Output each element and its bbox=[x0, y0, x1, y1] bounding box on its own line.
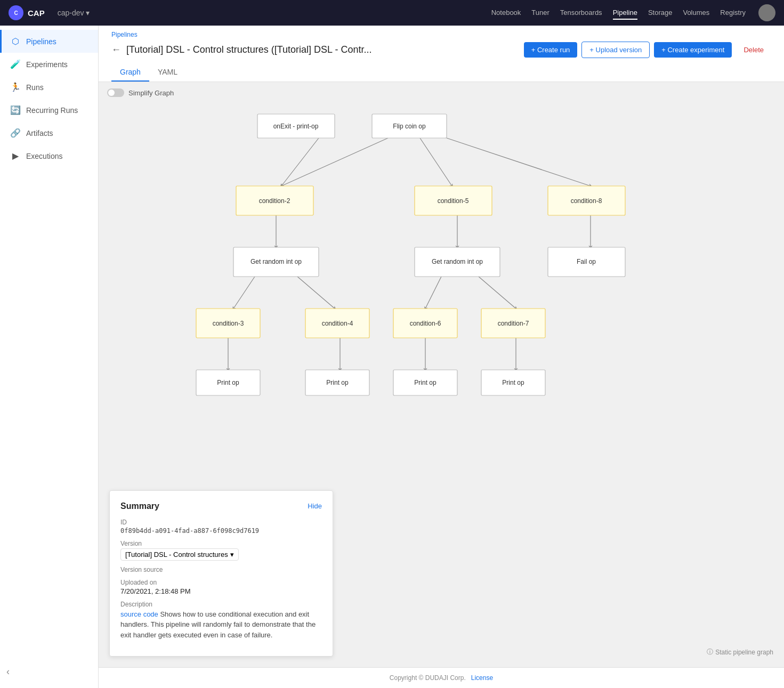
artifacts-icon: 🔗 bbox=[10, 128, 21, 138]
summary-title: Summary bbox=[120, 501, 159, 511]
sidebar-item-experiments[interactable]: 🧪 Experiments bbox=[0, 53, 98, 76]
version-label: Version bbox=[120, 540, 322, 547]
svg-text:Print op: Print op bbox=[326, 379, 349, 386]
svg-text:condition-4: condition-4 bbox=[322, 320, 353, 327]
summary-version-source-field: Version source bbox=[120, 566, 322, 573]
logo: C CAP bbox=[9, 5, 45, 20]
summary-uploaded-field: Uploaded on 7/20/2021, 2:18:48 PM bbox=[120, 579, 322, 595]
version-chevron-icon: ▾ bbox=[230, 551, 234, 559]
svg-line-1 bbox=[281, 138, 388, 186]
sidebar-item-label: Experiments bbox=[26, 60, 68, 69]
version-value: [Tutorial] DSL - Control structures bbox=[125, 551, 228, 559]
sidebar-item-label: Runs bbox=[26, 83, 44, 92]
logo-icon: C bbox=[9, 5, 23, 20]
id-label: ID bbox=[120, 519, 322, 526]
topnav-volumes[interactable]: Volumes bbox=[683, 6, 709, 20]
svg-line-10 bbox=[479, 277, 516, 309]
svg-text:Fail op: Fail op bbox=[577, 258, 596, 265]
svg-line-3 bbox=[447, 138, 591, 186]
graph-area: Simplify Graph bbox=[99, 82, 784, 667]
page-title: [Tutorial] DSL - Control structures ([Tu… bbox=[126, 44, 371, 55]
version-source-label: Version source bbox=[120, 566, 322, 573]
svg-line-0 bbox=[281, 138, 319, 186]
summary-id-field: ID 0f89b4dd-a091-4fad-a887-6f098c9d7619 bbox=[120, 519, 322, 535]
simplify-label: Simplify Graph bbox=[128, 89, 174, 97]
topnav: C CAP cap-dev ▾ Notebook Tuner Tensorboa… bbox=[0, 0, 784, 26]
sidebar-item-pipelines[interactable]: ⬡ Pipelines bbox=[0, 30, 98, 53]
executions-icon: ▶ bbox=[10, 151, 21, 161]
simplify-toggle[interactable] bbox=[107, 88, 124, 97]
avatar[interactable] bbox=[758, 4, 775, 21]
svg-text:condition-7: condition-7 bbox=[498, 320, 529, 327]
static-pipeline-label: ⓘ Static pipeline graph bbox=[707, 647, 773, 657]
svg-text:Flip coin op: Flip coin op bbox=[393, 123, 426, 130]
workspace-selector[interactable]: cap-dev ▾ bbox=[58, 9, 90, 17]
simplify-toggle-row: Simplify Graph bbox=[99, 82, 784, 103]
upload-version-button[interactable]: + Upload version bbox=[581, 42, 650, 58]
svg-line-7 bbox=[233, 277, 255, 309]
sidebar-item-runs[interactable]: 🏃 Runs bbox=[0, 76, 98, 99]
topnav-storage[interactable]: Storage bbox=[648, 6, 673, 20]
uploaded-on-label: Uploaded on bbox=[120, 579, 322, 586]
svg-text:onExit - print-op: onExit - print-op bbox=[273, 123, 319, 130]
description-value: source code Shows how to use conditional… bbox=[120, 609, 322, 641]
summary-version-field: Version [Tutorial] DSL - Control structu… bbox=[120, 540, 322, 561]
svg-line-9 bbox=[425, 277, 441, 309]
workspace-chevron-icon: ▾ bbox=[86, 9, 90, 17]
svg-text:Get random int op: Get random int op bbox=[250, 258, 302, 265]
header: Pipelines ← [Tutorial] DSL - Control str… bbox=[99, 26, 784, 82]
svg-text:condition-8: condition-8 bbox=[571, 197, 602, 205]
sidebar-item-label: Executions bbox=[26, 152, 62, 160]
svg-text:condition-3: condition-3 bbox=[213, 320, 244, 327]
source-code-link[interactable]: source code bbox=[120, 610, 158, 618]
recurring-runs-icon: 🔄 bbox=[10, 105, 21, 115]
sidebar-item-executions[interactable]: ▶ Executions bbox=[0, 144, 98, 167]
sidebar-item-recurring-runs[interactable]: 🔄 Recurring Runs bbox=[0, 99, 98, 122]
workspace-name: cap-dev bbox=[58, 9, 84, 17]
footer: Copyright © DUDAJI Corp. License bbox=[99, 667, 784, 688]
create-run-button[interactable]: + Create run bbox=[524, 42, 578, 58]
sidebar-item-label: Pipelines bbox=[26, 37, 56, 46]
license-link[interactable]: License bbox=[471, 674, 493, 682]
topnav-notebook[interactable]: Notebook bbox=[491, 6, 521, 20]
experiments-icon: 🧪 bbox=[10, 59, 21, 69]
uploaded-on-value: 7/20/2021, 2:18:48 PM bbox=[120, 587, 322, 595]
tabs: Graph YAML bbox=[111, 63, 771, 82]
tab-graph[interactable]: Graph bbox=[111, 63, 149, 82]
static-label-text: Static pipeline graph bbox=[715, 649, 773, 656]
svg-text:condition-2: condition-2 bbox=[259, 197, 290, 205]
id-value: 0f89b4dd-a091-4fad-a887-6f098c9d7619 bbox=[120, 527, 322, 535]
svg-text:condition-6: condition-6 bbox=[410, 320, 441, 327]
sidebar-collapse: ‹ bbox=[0, 666, 98, 677]
topnav-registry[interactable]: Registry bbox=[720, 6, 746, 20]
svg-line-8 bbox=[297, 277, 335, 309]
back-button[interactable]: ← bbox=[111, 44, 121, 55]
summary-panel: Summary Hide ID 0f89b4dd-a091-4fad-a887-… bbox=[109, 490, 333, 657]
version-select[interactable]: [Tutorial] DSL - Control structures ▾ bbox=[120, 548, 239, 561]
svg-text:Get random int op: Get random int op bbox=[432, 258, 483, 265]
svg-text:Print op: Print op bbox=[414, 379, 437, 386]
topnav-links: Notebook Tuner Tensorboards Pipeline Sto… bbox=[491, 6, 746, 20]
topnav-tuner[interactable]: Tuner bbox=[531, 6, 549, 20]
footer-text: Copyright © DUDAJI Corp. bbox=[390, 674, 466, 682]
create-experiment-button[interactable]: + Create experiment bbox=[654, 42, 732, 58]
sidebar-item-artifacts[interactable]: 🔗 Artifacts bbox=[0, 122, 98, 144]
sidebar-item-label: Recurring Runs bbox=[26, 106, 78, 115]
delete-button[interactable]: Delete bbox=[736, 42, 771, 58]
collapse-icon[interactable]: ‹ bbox=[6, 666, 10, 677]
hide-button[interactable]: Hide bbox=[308, 502, 322, 510]
topnav-pipeline[interactable]: Pipeline bbox=[613, 6, 637, 20]
summary-description-field: Description source code Shows how to use… bbox=[120, 601, 322, 641]
sidebar: ⬡ Pipelines 🧪 Experiments 🏃 Runs 🔄 Recur… bbox=[0, 26, 99, 688]
svg-text:Print op: Print op bbox=[217, 379, 239, 386]
info-icon: ⓘ bbox=[707, 647, 713, 657]
logo-text: CAP bbox=[28, 9, 45, 18]
svg-text:condition-5: condition-5 bbox=[438, 197, 469, 205]
breadcrumb[interactable]: Pipelines bbox=[111, 31, 771, 38]
pipelines-icon: ⬡ bbox=[10, 36, 21, 46]
description-label: Description bbox=[120, 601, 322, 608]
topnav-tensorboards[interactable]: Tensorboards bbox=[560, 6, 602, 20]
svg-text:Print op: Print op bbox=[502, 379, 524, 386]
tab-yaml[interactable]: YAML bbox=[149, 63, 186, 82]
sidebar-item-label: Artifacts bbox=[26, 129, 53, 137]
